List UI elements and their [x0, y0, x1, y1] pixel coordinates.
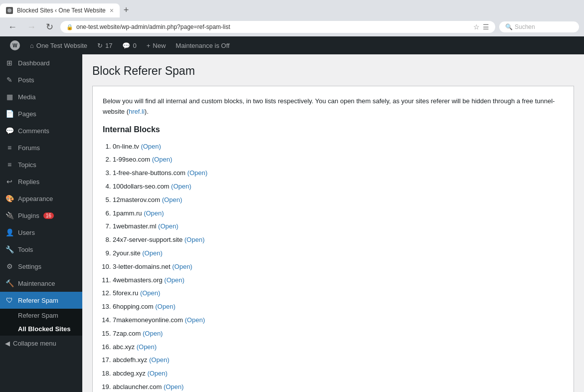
back-button[interactable]: ←: [5, 21, 20, 33]
open-link[interactable]: (Open): [141, 143, 161, 150]
wp-layout: ⊞ Dashboard ✎ Posts ▦ Media 📄 Pages 💬 Co…: [0, 54, 584, 392]
sidebar-item-comments[interactable]: 💬 Comments: [0, 122, 82, 139]
intro-text-start: Below you will find all internal and cus…: [103, 97, 555, 115]
updates-item[interactable]: ↻ 17: [92, 36, 117, 54]
domain-name: 1-free-share-buttons.com: [113, 169, 188, 177]
lock-icon: 🔒: [66, 24, 73, 30]
sidebar-item-dashboard[interactable]: ⊞ Dashboard: [0, 54, 82, 71]
domain-name: 6hopping.com: [113, 303, 155, 310]
sidebar-submenu-referer-spam[interactable]: Referer Spam: [0, 309, 82, 322]
sidebar-item-appearance[interactable]: 🎨 Appearance: [0, 190, 82, 207]
bookmark-icon[interactable]: ☆: [473, 23, 480, 31]
sidebar-item-tools[interactable]: 🔧 Tools: [0, 241, 82, 258]
domain-name: 0n-line.tv: [113, 143, 141, 150]
sidebar-item-referer-spam[interactable]: 🛡 Referer Spam: [0, 292, 82, 309]
browser-search-box[interactable]: 🔍 Suchen: [499, 21, 579, 32]
comments-item[interactable]: 💬 0: [117, 36, 141, 54]
tab-close-button[interactable]: ×: [110, 6, 114, 14]
maintenance-item[interactable]: Maintenance is Off: [171, 36, 234, 54]
open-link[interactable]: (Open): [140, 289, 160, 297]
open-link[interactable]: (Open): [185, 236, 204, 243]
reload-button[interactable]: ↻: [43, 20, 56, 33]
domain-name: 7makemoneyonline.com: [113, 316, 185, 324]
address-bar-icons: ☆ ☰: [473, 23, 489, 31]
sidebar-item-posts[interactable]: ✎ Posts: [0, 71, 82, 88]
forums-icon: ≡: [5, 143, 14, 152]
browser-address-bar: ← → ↻ 🔒 one-test.website/wp-admin/admin.…: [0, 17, 584, 36]
sidebar-item-settings[interactable]: ⚙ Settings: [0, 258, 82, 275]
wp-admin-bar: W ⌂ One Test Website ↻ 17 💬 0 + New Main…: [0, 36, 584, 54]
sidebar-item-replies[interactable]: ↩ Replies: [0, 173, 82, 190]
domain-name: abclauncher.com: [113, 383, 164, 391]
list-item: 1-99seo.com (Open): [113, 153, 564, 167]
open-link[interactable]: (Open): [172, 263, 192, 270]
list-item: 1-free-share-buttons.com (Open): [113, 167, 564, 180]
open-link[interactable]: (Open): [162, 196, 182, 203]
search-icon: 🔍: [505, 23, 513, 30]
open-link[interactable]: (Open): [185, 316, 205, 324]
list-item: 1pamm.ru (Open): [113, 207, 564, 220]
new-tab-button[interactable]: +: [120, 3, 133, 17]
submenu-referer-spam-label: Referer Spam: [18, 312, 58, 319]
new-label: New: [153, 42, 166, 49]
open-link[interactable]: (Open): [137, 343, 157, 351]
open-link[interactable]: (Open): [142, 249, 162, 257]
sidebar-item-topics[interactable]: ≡ Topics: [0, 156, 82, 173]
wp-main-content: Block Referer Spam Below you will find a…: [82, 54, 584, 392]
open-link[interactable]: (Open): [143, 330, 163, 337]
domain-name: 1-99seo.com: [113, 156, 152, 163]
sidebar-item-maintenance[interactable]: 🔨 Maintenance: [0, 275, 82, 292]
active-tab[interactable]: Blocked Sites ‹ One Test Website ×: [0, 3, 120, 17]
sidebar-label-posts: Posts: [18, 76, 34, 84]
list-item: abcdeg.xyz (Open): [113, 367, 564, 381]
address-bar[interactable]: 🔒 one-test.website/wp-admin/admin.php?pa…: [60, 21, 495, 33]
comments-sidebar-icon: 💬: [5, 126, 14, 135]
appearance-icon: 🎨: [5, 194, 14, 203]
sidebar-item-users[interactable]: 👤 Users: [0, 224, 82, 241]
browser-chrome: Blocked Sites ‹ One Test Website × + ← →…: [0, 0, 584, 36]
domain-name: 7zap.com: [113, 330, 143, 337]
comments-count: 0: [133, 42, 136, 49]
tab-title: Blocked Sites ‹ One Test Website: [17, 7, 106, 14]
submenu-all-blocked-label: All Blocked Sites: [18, 325, 70, 333]
open-link[interactable]: (Open): [144, 209, 164, 217]
list-item: 6hopping.com (Open): [113, 300, 564, 314]
new-item[interactable]: + New: [142, 36, 171, 54]
open-link[interactable]: (Open): [155, 303, 175, 310]
sidebar-label-forums: Forums: [18, 144, 40, 152]
sidebar-label-media: Media: [18, 93, 35, 101]
sidebar-item-pages[interactable]: 📄 Pages: [0, 105, 82, 122]
reader-icon[interactable]: ☰: [483, 23, 489, 31]
open-link[interactable]: (Open): [188, 169, 207, 177]
open-link[interactable]: (Open): [147, 370, 167, 377]
open-link[interactable]: (Open): [152, 156, 172, 163]
wp-logo-item[interactable]: W: [5, 36, 25, 54]
domain-name: 3-letter-domains.net: [113, 263, 172, 270]
sidebar-label-referer-spam: Referer Spam: [18, 297, 58, 304]
topics-icon: ≡: [5, 160, 14, 169]
href-li-link[interactable]: href.li: [129, 108, 145, 115]
open-link[interactable]: (Open): [164, 383, 184, 391]
sidebar-item-forums[interactable]: ≡ Forums: [0, 139, 82, 156]
open-link[interactable]: (Open): [164, 276, 184, 284]
domain-name: abcdeg.xyz: [113, 370, 147, 377]
sidebar-item-media[interactable]: ▦ Media: [0, 88, 82, 105]
forward-button[interactable]: →: [24, 21, 39, 33]
sidebar-label-tools: Tools: [18, 246, 33, 253]
site-name-item[interactable]: ⌂ One Test Website: [25, 36, 92, 54]
domain-name: 12masterov.com: [113, 196, 162, 203]
sidebar-item-plugins[interactable]: 🔌 Plugins 16: [0, 207, 82, 224]
sidebar-collapse[interactable]: ◀ Collapse menu: [0, 336, 82, 351]
referer-spam-icon: 🛡: [5, 296, 14, 305]
list-item: 2your.site (Open): [113, 247, 564, 260]
domain-name: 4webmasters.org: [113, 276, 164, 284]
open-link[interactable]: (Open): [149, 356, 169, 364]
open-link[interactable]: (Open): [171, 183, 191, 190]
open-link[interactable]: (Open): [158, 222, 178, 230]
sidebar-submenu: Referer Spam All Blocked Sites: [0, 309, 82, 336]
domain-name: abc.xyz: [113, 343, 137, 351]
sidebar-label-replies: Replies: [18, 178, 39, 186]
sidebar-label-topics: Topics: [18, 161, 36, 169]
sidebar-submenu-all-blocked-sites[interactable]: All Blocked Sites: [0, 322, 82, 336]
maintenance-label: Maintenance is Off: [176, 42, 229, 49]
